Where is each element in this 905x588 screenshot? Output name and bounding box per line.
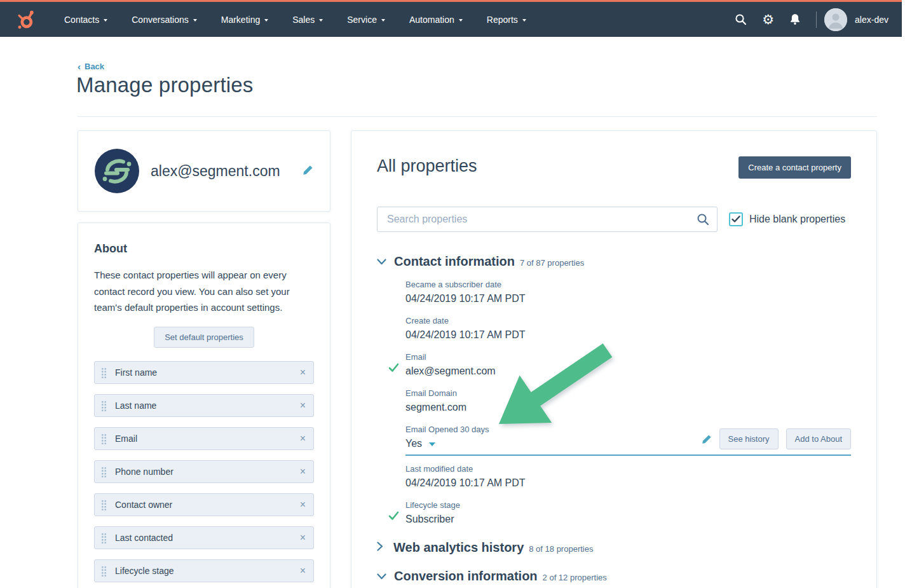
add-to-about-button[interactable]: Add to About xyxy=(786,428,851,449)
hubspot-logo-icon[interactable] xyxy=(14,8,36,31)
nav-item-marketing[interactable]: Marketing xyxy=(209,2,280,37)
row-actions: See history Add to About xyxy=(702,428,852,449)
top-nav: Contacts Conversations Marketing Sales S… xyxy=(0,0,905,37)
drag-handle-icon[interactable] xyxy=(100,367,107,378)
scrollbar-strip xyxy=(902,0,905,37)
user-avatar[interactable] xyxy=(824,8,847,31)
section-contact-information[interactable]: Contact information 7 of 87 properties xyxy=(377,254,851,269)
property-pill-phone-number[interactable]: Phone number × xyxy=(94,460,314,483)
drag-handle-icon[interactable] xyxy=(100,499,107,510)
search-properties-input[interactable] xyxy=(377,207,718,232)
property-row: Email alex@segment.com xyxy=(405,352,851,378)
chevron-down-icon xyxy=(459,19,463,22)
segment-logo-avatar xyxy=(95,149,139,193)
about-property-list: First name × Last name × Email × Phone n… xyxy=(94,361,314,588)
chevron-left-icon: ‹ xyxy=(78,62,81,71)
section-web-analytics-history[interactable]: Web analytics history 8 of 18 properties xyxy=(377,540,851,555)
drag-handle-icon[interactable] xyxy=(100,565,107,577)
edit-pencil-icon[interactable] xyxy=(702,434,712,444)
remove-icon[interactable]: × xyxy=(300,566,306,576)
section-conversion-information[interactable]: Conversion information 2 of 12 propertie… xyxy=(377,569,851,584)
property-pill-last-contacted[interactable]: Last contacted × xyxy=(94,526,314,549)
about-heading: About xyxy=(94,242,314,256)
property-pill-last-name[interactable]: Last name × xyxy=(94,394,314,417)
nav-divider xyxy=(816,11,817,28)
drag-handle-icon[interactable] xyxy=(100,433,107,444)
edit-pencil-icon[interactable] xyxy=(303,165,313,178)
property-row: Became a subscriber date 04/24/2019 10:1… xyxy=(405,279,851,306)
nav-item-reports[interactable]: Reports xyxy=(475,2,538,37)
chevron-down-icon xyxy=(104,19,107,22)
chevron-down-icon xyxy=(522,19,526,22)
all-properties-header: All properties Create a contact property xyxy=(377,156,851,179)
drag-handle-icon[interactable] xyxy=(100,400,107,411)
green-check-icon xyxy=(388,363,399,375)
property-row-email-opened-30-days: Email Opened 30 days Yes See history Add… xyxy=(405,424,851,456)
page-title: Manage properties xyxy=(76,73,254,97)
chevron-down-icon xyxy=(319,19,323,22)
set-default-properties-button[interactable]: Set default properties xyxy=(154,327,254,348)
search-icon[interactable] xyxy=(697,213,709,228)
chevron-down-icon[interactable] xyxy=(377,256,386,268)
remove-icon[interactable]: × xyxy=(300,367,306,378)
manage-properties-page: Contacts Conversations Marketing Sales S… xyxy=(0,0,905,588)
all-properties-card: All properties Create a contact property… xyxy=(351,130,877,588)
user-name[interactable]: alex-dev xyxy=(855,15,888,25)
main-menu: Contacts Conversations Marketing Sales S… xyxy=(52,2,538,37)
nav-item-sales[interactable]: Sales xyxy=(280,2,335,37)
nav-right: ⚙ alex-dev xyxy=(727,8,888,31)
remove-icon[interactable]: × xyxy=(300,533,306,543)
profile-email: alex@segment.com xyxy=(151,163,280,180)
all-properties-title: All properties xyxy=(377,156,477,176)
header-divider xyxy=(78,116,877,117)
nav-item-service[interactable]: Service xyxy=(335,2,397,37)
green-check-icon xyxy=(388,511,399,523)
chevron-right-icon[interactable] xyxy=(377,542,386,554)
property-pill-email[interactable]: Email × xyxy=(94,427,314,450)
about-description: These contact properties will appear on … xyxy=(94,267,314,316)
bell-icon[interactable] xyxy=(782,13,808,25)
create-contact-property-button[interactable]: Create a contact property xyxy=(738,156,851,179)
property-row: Lifecycle stage Subscriber xyxy=(405,500,851,526)
hide-blank-label[interactable]: Hide blank properties xyxy=(749,214,845,225)
drag-handle-icon[interactable] xyxy=(100,466,107,477)
back-link[interactable]: ‹ Back xyxy=(78,62,104,71)
search-box xyxy=(377,207,718,232)
about-card: About These contact properties will appe… xyxy=(78,222,330,588)
property-pill-first-name[interactable]: First name × xyxy=(94,361,314,384)
nav-item-conversations[interactable]: Conversations xyxy=(119,2,209,37)
chevron-down-icon xyxy=(381,19,385,22)
nav-item-automation[interactable]: Automation xyxy=(397,2,475,37)
hide-blank-checkbox[interactable] xyxy=(729,212,743,226)
chevron-down-icon xyxy=(193,19,197,22)
property-row: Email Domain segment.com xyxy=(405,388,851,414)
chevron-down-icon[interactable] xyxy=(377,571,386,582)
contact-information-rows: Became a subscriber date 04/24/2019 10:1… xyxy=(405,279,851,526)
property-pill-lifecycle-stage[interactable]: Lifecycle stage × xyxy=(94,559,314,582)
see-history-button[interactable]: See history xyxy=(719,428,779,449)
remove-icon[interactable]: × xyxy=(300,400,306,411)
property-row: Last modified date 04/24/2019 10:17 AM P… xyxy=(405,463,851,490)
drag-handle-icon[interactable] xyxy=(100,532,107,544)
dropdown-caret-icon[interactable] xyxy=(429,442,435,446)
remove-icon[interactable]: × xyxy=(300,467,306,477)
property-pill-contact-owner[interactable]: Contact owner × xyxy=(94,493,314,516)
property-controls: Hide blank properties xyxy=(377,207,851,232)
remove-icon[interactable]: × xyxy=(300,500,306,510)
gear-icon[interactable]: ⚙ xyxy=(754,13,782,26)
search-icon[interactable] xyxy=(727,13,754,25)
remove-icon[interactable]: × xyxy=(300,434,306,444)
profile-card: alex@segment.com xyxy=(78,130,330,212)
property-row: Create date 04/24/2019 10:17 AM PDT xyxy=(405,315,851,342)
chevron-down-icon xyxy=(264,19,268,22)
nav-item-contacts[interactable]: Contacts xyxy=(52,2,119,37)
